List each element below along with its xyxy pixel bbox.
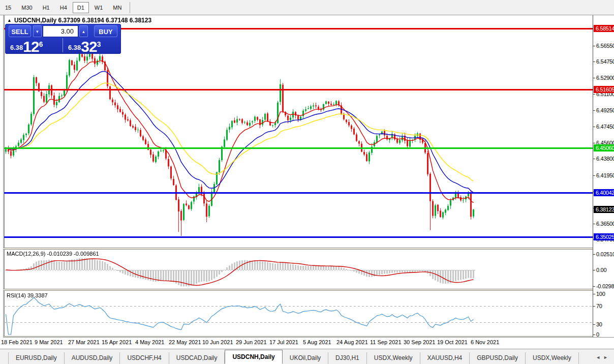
trading-terminal: { "toolbar": {"items": ["15","M30","H1",… xyxy=(0,0,614,364)
price-tick-label: 6.54750 xyxy=(596,58,614,65)
price-tick-mark xyxy=(593,62,595,62)
buy-button[interactable]: BUY xyxy=(94,25,117,37)
timeframe-button-mn[interactable]: MN xyxy=(108,2,126,13)
date-label: 27 Mar 2021 xyxy=(68,339,100,345)
date-label: 10 Jun 2021 xyxy=(202,339,233,345)
chart-tab-xauusd-h4[interactable]: XAUUSD,H4 xyxy=(420,352,470,364)
indicator-tick-label: 100 xyxy=(596,291,605,297)
date-label: 22 May 2021 xyxy=(169,339,201,345)
date-label: 18 Feb 2021 xyxy=(1,339,33,345)
tab-scroll-right-icon[interactable]: ► xyxy=(603,355,611,360)
sell-price[interactable]: 6.38126 xyxy=(10,38,43,53)
price-tick-label: 6.43800 xyxy=(596,156,614,162)
trade-panel-divider xyxy=(63,38,63,52)
indicator-tick-mark xyxy=(593,270,595,270)
symbol-marker-icon: ▲ xyxy=(7,18,12,23)
buy-price-big: 32 xyxy=(81,38,97,55)
volume-input[interactable] xyxy=(43,25,78,37)
price-level-badge: 6.58514 xyxy=(594,25,614,32)
timeframe-toolbar: 15M30H1H4D1W1MN xyxy=(0,0,614,15)
price-tick-label: 6.49250 xyxy=(596,107,614,114)
indicator-tick-label: 0.025108 xyxy=(596,251,614,258)
price-tick-label: 6.36500 xyxy=(596,221,614,227)
chart-tab-usdcnh-daily[interactable]: USDCNH,Daily xyxy=(225,350,282,364)
timeframe-button-h1[interactable]: H1 xyxy=(38,2,54,13)
timeframe-button-m30[interactable]: M30 xyxy=(17,2,37,13)
price-tick-mark xyxy=(593,175,595,176)
date-label: 15 Apr 2021 xyxy=(102,339,132,345)
price-level-badge: 6.40042 xyxy=(594,189,614,196)
buy-price-prefix: 6.38 xyxy=(68,44,81,51)
chart-tab-usdcad-daily[interactable]: USDCAD,Daily xyxy=(169,352,225,364)
price-tick-mark xyxy=(593,159,595,159)
price-tick-label: 6.47450 xyxy=(596,124,614,130)
chart-tab-usdx-weekly[interactable]: USDX,Weekly xyxy=(526,352,579,364)
date-label: 17 Jul 2021 xyxy=(269,339,298,345)
price-tick-mark xyxy=(593,110,595,111)
chart-title-text: USDCNH,Daily 6.37309 6.38194 6.37148 6.3… xyxy=(14,17,151,24)
sell-price-prefix: 6.38 xyxy=(10,44,23,51)
rsi-label: RSI(14) 39.3387 xyxy=(7,292,48,298)
indicator-tick-mark xyxy=(593,286,595,287)
chart-tab-bar: EURUSD,DailyAUDUSD,DailyUSDCHF,H4USDCAD,… xyxy=(0,349,614,364)
indicator-tick-label: 0.00 xyxy=(596,267,606,274)
timeframe-button-w1[interactable]: W1 xyxy=(90,2,108,13)
indicator-tick-mark xyxy=(593,306,595,307)
price-tick-mark xyxy=(593,46,595,46)
indicator-tick-label: -0.02988 xyxy=(596,283,614,290)
price-axis[interactable]: 6.565506.547506.529006.511006.492506.474… xyxy=(593,15,614,337)
timeframe-button-d1[interactable]: D1 xyxy=(73,2,89,13)
indicator-tick-mark xyxy=(593,254,595,255)
date-label: 30 Sep 2021 xyxy=(404,339,435,345)
chart-title: ▲USDCNH,Daily 6.37309 6.38194 6.37148 6.… xyxy=(7,17,151,24)
price-tick-label: 6.52900 xyxy=(596,75,614,81)
indicator-tick-label: 0 xyxy=(596,331,599,338)
chart-tab-ukoil-daily[interactable]: UKOil,Daily xyxy=(283,352,328,364)
date-label: 6 Nov 2021 xyxy=(471,339,499,345)
buy-price[interactable]: 6.38323 xyxy=(68,38,101,53)
indicator-tick-label: 70 xyxy=(596,303,602,310)
price-tick-label: 6.41950 xyxy=(596,172,614,179)
indicator-tick-mark xyxy=(593,294,595,294)
date-label: 29 Jun 2021 xyxy=(236,339,267,345)
sell-price-sup: 6 xyxy=(39,40,43,48)
chart-tab-usdchf-h4[interactable]: USDCHF,H4 xyxy=(120,352,169,364)
date-label: 5 Aug 2021 xyxy=(303,339,331,345)
price-tick-mark xyxy=(593,127,595,127)
date-label: 11 Sep 2021 xyxy=(370,339,402,345)
price-tick-label: 6.56550 xyxy=(596,43,614,49)
date-label: 4 May 2021 xyxy=(135,339,164,345)
chart-tab-eurusd-daily[interactable]: EURUSD,Daily xyxy=(8,352,65,364)
tab-scroll-left-icon[interactable]: ◄ xyxy=(596,355,603,360)
volume-increase-button[interactable]: ▲ xyxy=(79,25,88,37)
chart-tab-audusd-daily[interactable]: AUDUSD,Daily xyxy=(65,352,120,364)
price-level-badge: 6.51605 xyxy=(594,86,614,93)
chart-tab-gbpusd-daily[interactable]: GBPUSD,Daily xyxy=(470,352,526,364)
toolbar-separator xyxy=(130,2,130,13)
buy-price-sup: 3 xyxy=(97,40,101,48)
date-axis[interactable]: 18 Feb 20219 Mar 202127 Mar 202115 Apr 2… xyxy=(0,338,614,348)
chart-tab-usdx-weekly[interactable]: USDX,Weekly xyxy=(367,352,420,364)
indicator-tick-mark xyxy=(593,324,595,325)
price-level-badge: 6.35025 xyxy=(594,233,614,240)
price-tick-mark xyxy=(593,94,595,95)
price-level-badge: 6.45060 xyxy=(594,144,614,151)
timeframe-button-15[interactable]: 15 xyxy=(1,2,16,13)
volume-decrease-button[interactable]: ▼ xyxy=(33,25,42,37)
indicator-tick-label: 30 xyxy=(596,321,602,328)
date-label: 24 Aug 2021 xyxy=(336,339,368,345)
timeframe-button-h4[interactable]: H4 xyxy=(55,2,72,13)
chart-tab-dj30-h1[interactable]: DJ30,H1 xyxy=(328,352,367,364)
price-tick-mark xyxy=(593,78,595,78)
date-label: 19 Oct 2021 xyxy=(437,339,468,345)
rsi-pane-canvas[interactable] xyxy=(4,291,593,336)
price-tick-mark xyxy=(593,143,595,143)
sell-button[interactable]: SELL xyxy=(9,25,31,37)
current-price-badge: 6.38123 xyxy=(594,206,614,213)
sell-price-big: 12 xyxy=(23,38,39,55)
indicator-tick-mark xyxy=(593,335,595,335)
date-label: 9 Mar 2021 xyxy=(35,339,63,345)
macd-label: MACD(12,26,9) -0.010239 -0.009861 xyxy=(7,251,99,257)
one-click-trade-panel: SELL ▼ ▲ BUY 6.38126 6.38323 xyxy=(5,24,121,54)
price-tick-mark xyxy=(593,224,595,224)
